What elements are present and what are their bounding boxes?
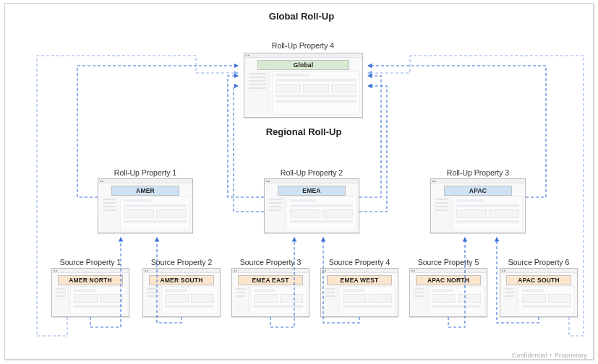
card-chrome [244,53,362,58]
label-source-2: Source Property 2 [151,258,213,266]
card-body [145,286,218,314]
card-body [234,286,307,314]
label-source-1: Source Property 1 [60,258,121,266]
card-body [323,286,396,314]
card-source-1: AMER NORTH [51,268,129,317]
card-source-5: APAC NORTH [409,268,487,317]
card-source-6: APAC SOUTH [500,268,578,317]
band-emea: EMEA [278,186,346,196]
card-source-3: EMEA EAST [231,268,309,317]
card-body [267,196,356,230]
card-region-emea: EMEA [264,178,359,233]
card-region-apac: APAC [430,178,526,233]
card-source-4: EMEA WEST [320,268,398,317]
band-source-5-text: APAC NORTH [427,277,469,284]
card-source-2: AMER SOUTH [142,268,221,317]
band-source-3: EMEA EAST [238,275,303,285]
title-regional: Regional Roll-Up [266,126,342,137]
band-source-2: AMER SOUTH [149,275,214,285]
band-source-1-text: AMER NORTH [69,277,112,284]
card-chrome [500,269,577,273]
diagram-frame: Global Roll-Up Regional Roll-Up Roll-Up … [4,3,594,360]
band-source-2-text: AMER SOUTH [160,277,202,284]
card-body [412,286,484,314]
card-chrome [52,269,129,273]
card-body [433,196,523,230]
band-apac-text: APAC [469,187,487,194]
watermark: Confidential + Proprietary [512,352,587,359]
label-rollup-2: Roll-Up Property 2 [281,168,343,177]
band-emea-text: EMEA [302,187,320,194]
card-chrome [232,269,309,273]
band-amer: AMER [111,186,179,196]
card-body [247,71,360,115]
band-global: Global [257,60,349,70]
band-global-text: Global [294,61,314,69]
label-source-5: Source Property 5 [418,258,479,266]
band-source-4: EMEA WEST [327,275,392,285]
label-source-6: Source Property 6 [508,258,570,266]
label-rollup-3: Roll-Up Property 3 [447,168,509,177]
label-source-3: Source Property 3 [240,258,302,266]
band-source-4-text: EMEA WEST [341,277,379,284]
card-body [54,286,127,314]
band-apac: APAC [444,186,512,196]
card-chrome [431,179,525,183]
band-amer-text: AMER [136,187,155,194]
title-global: Global Roll-Up [269,11,334,22]
label-source-4: Source Property 4 [329,258,390,266]
card-chrome [143,269,220,273]
band-source-6: APAC SOUTH [506,275,571,285]
label-rollup-4: Roll-Up Property 4 [272,41,334,50]
band-source-6-text: APAC SOUTH [518,277,560,284]
card-chrome [410,269,487,273]
card-chrome [98,179,192,183]
band-source-3-text: EMEA EAST [252,277,289,284]
card-chrome [265,179,359,183]
band-source-1: AMER NORTH [58,275,123,285]
card-chrome [321,269,398,273]
card-body [503,286,575,314]
card-global: Global [244,53,363,118]
card-body [101,196,190,230]
label-rollup-1: Roll-Up Property 1 [114,168,176,177]
band-source-5: APAC NORTH [416,275,481,285]
card-region-amer: AMER [98,178,193,233]
